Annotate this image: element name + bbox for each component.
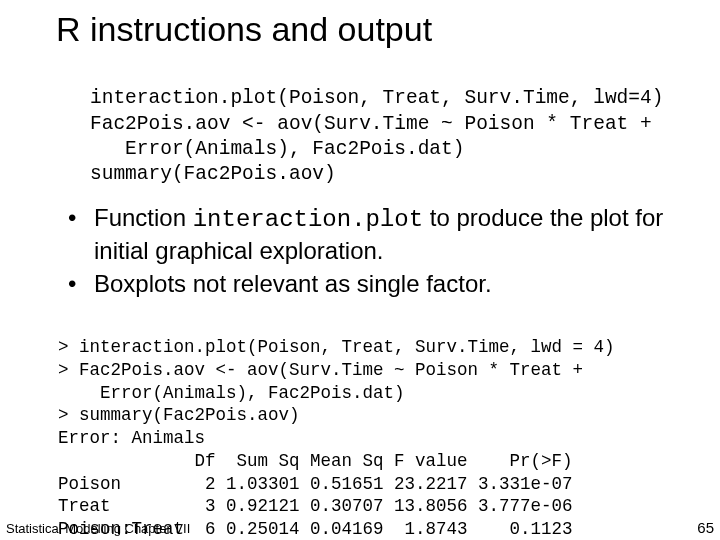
inline-code: interaction.plot xyxy=(193,206,423,233)
r-output: > interaction.plot(Poison, Treat, Surv.T… xyxy=(58,313,720,540)
output-line: > Fac2Pois.aov <- aov(Surv.Time ~ Poison… xyxy=(58,360,594,380)
code-line: summary(Fac2Pois.aov) xyxy=(90,163,336,185)
code-line: interaction.plot(Poison, Treat, Surv.Tim… xyxy=(90,87,663,109)
bullet-text: Function xyxy=(94,204,193,231)
bullet-list: Function interaction.plot to produce the… xyxy=(60,202,690,300)
code-block: interaction.plot(Poison, Treat, Surv.Tim… xyxy=(90,61,690,188)
output-line: Error: Animals xyxy=(58,428,205,448)
page-number: 65 xyxy=(697,519,714,536)
code-line: Fac2Pois.aov <- aov(Surv.Time ~ Poison *… xyxy=(90,113,663,135)
slide-title: R instructions and output xyxy=(56,10,720,49)
output-line: > summary(Fac2Pois.aov) xyxy=(58,405,300,425)
output-line: > interaction.plot(Poison, Treat, Surv.T… xyxy=(58,337,615,357)
output-line: Treat 3 0.92121 0.30707 13.8056 3.777e-0… xyxy=(58,496,573,516)
code-line: Error(Animals), Fac2Pois.dat) xyxy=(90,138,464,160)
output-line: Poison 2 1.03301 0.51651 23.2217 3.331e-… xyxy=(58,474,573,494)
output-line: Df Sum Sq Mean Sq F value Pr(>F) xyxy=(58,451,573,471)
output-line: Error(Animals), Fac2Pois.dat) xyxy=(58,383,405,403)
bullet-text: Boxplots not relevant as single factor. xyxy=(94,270,492,297)
bullet-item: Function interaction.plot to produce the… xyxy=(60,202,690,266)
footer-left: Statistical Modelling Chapter VII xyxy=(6,521,190,536)
bullet-item: Boxplots not relevant as single factor. xyxy=(60,268,690,299)
